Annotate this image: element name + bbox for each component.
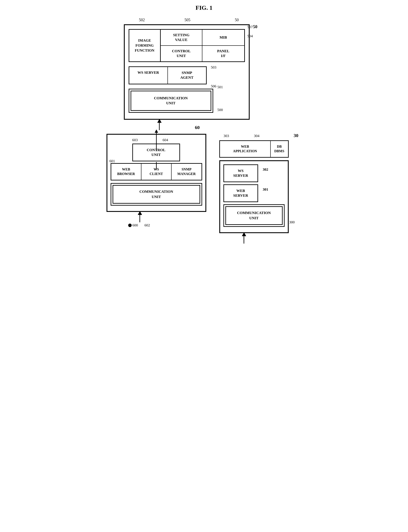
ws-client: WS CLIENT [141, 164, 171, 180]
network-dot-60 [128, 224, 132, 227]
page: FIG. 1 502 505 50 50 [107, 4, 302, 233]
label-50: 50 [253, 24, 257, 29]
device-60: 603 604 CONTROL UNIT 601 WEB BROWSER [107, 134, 206, 212]
control-unit-60: CONTROL UNIT [132, 144, 180, 161]
row-three: 601 WEB BROWSER WS CLIENT SNMP MANAGER [111, 163, 202, 180]
label-505: 505 [185, 18, 190, 22]
bottom-label-row-60: 600 602 [107, 223, 206, 228]
label-301: 301 [263, 187, 268, 192]
arrow-from-30 [242, 232, 246, 244]
label-504: 504 [247, 34, 253, 38]
label-row-30-top: 303 304 30 [219, 134, 289, 140]
label-304: 304 [254, 134, 260, 138]
label-604: 604 [163, 138, 168, 142]
panel-if: PANEL I/F [202, 46, 244, 61]
diagram: 502 505 50 50 507 504 IMAGE FORMING FUNC… [107, 18, 302, 233]
ws-server-30: WS SERVER 302 [223, 164, 258, 182]
label-502: 502 [139, 18, 145, 22]
label-602: 602 [144, 223, 150, 228]
snmp-agent: SNMP AGENT [168, 67, 206, 84]
snmp-manager: SNMP MANAGER [171, 164, 201, 180]
box-501: 501 500 COMMUNICATION UNIT [129, 89, 213, 113]
image-forming-text: IMAGE FORMING FUNCTION [135, 38, 154, 53]
arrowhead-30-up [242, 232, 246, 236]
box-500-wrapper: 501 500 COMMUNICATION UNIT [129, 89, 245, 113]
comm-unit-50: COMMUNICATION UNIT [131, 91, 211, 111]
arrow-shaft-60 [139, 215, 140, 222]
box-webapp: WEB APPLICATION DB DBMS [219, 140, 289, 158]
comm-unit-60: COMMUNICATION UNIT [113, 185, 200, 204]
device-30-wrapper: 303 304 30 WEB APPLICATION DB DBMS [219, 134, 289, 233]
device-60-wrapper: 60 603 604 CONTROL UNIT 601 [107, 134, 206, 227]
label-600: 600 [133, 223, 138, 228]
box-comm-60: COMMUNICATION UNIT [111, 183, 202, 206]
label-50-top: 50 [235, 18, 239, 22]
label-507: 507 [247, 25, 253, 29]
figure-title: FIG. 1 [107, 4, 302, 11]
label-601: 601 [110, 159, 115, 163]
label-501: 501 [217, 85, 223, 89]
ws-server: WS SERVER [129, 67, 168, 84]
image-forming-function: IMAGE FORMING FUNCTION [129, 30, 161, 61]
label-60: 60 [195, 125, 200, 130]
device-30: WS SERVER 302 WEB SERVER 301 300 COMMUNI… [219, 160, 289, 233]
web-server-30: WEB SERVER 301 [223, 184, 258, 202]
web-application: WEB APPLICATION [220, 141, 271, 157]
arrow-shaft [159, 123, 160, 130]
label-302: 302 [263, 167, 268, 172]
comm-unit-30: COMMUNICATION UNIT [225, 206, 283, 225]
label-500: 500 [217, 108, 223, 112]
box-507: 507 504 IMAGE FORMING FUNCTION SETTING V… [129, 29, 245, 62]
box-comm-30: 300 COMMUNICATION UNIT [223, 204, 285, 227]
arrowhead-up [157, 119, 162, 123]
label-300: 300 [289, 220, 295, 224]
right-grid: SETTING VALUE MIB CONTROL UNIT PANEL I/F [161, 30, 244, 61]
label-503: 503 [211, 65, 216, 70]
box-503: 503 506 WS SERVER SNMP AGENT [129, 66, 207, 84]
arrow-shaft-30 [244, 236, 244, 244]
db-dbms: DB DBMS [271, 141, 288, 157]
control-unit-507: CONTROL UNIT [161, 46, 203, 61]
gap-spacer [107, 122, 302, 134]
web-browser: WEB BROWSER [111, 164, 141, 180]
label-row-60: 603 604 [111, 138, 202, 144]
label-303: 303 [224, 134, 229, 138]
arrowhead-60-up [138, 211, 142, 215]
label-30: 30 [294, 133, 298, 138]
mib: MIB [202, 30, 244, 46]
bottom-section: 60 603 604 CONTROL UNIT 601 [107, 134, 302, 233]
arrow-from-50 [157, 119, 162, 130]
label-506: 506 [211, 84, 216, 88]
label-603: 603 [132, 138, 138, 142]
arrow-from-60 [138, 211, 142, 222]
setting-value: SETTING VALUE [161, 30, 203, 46]
